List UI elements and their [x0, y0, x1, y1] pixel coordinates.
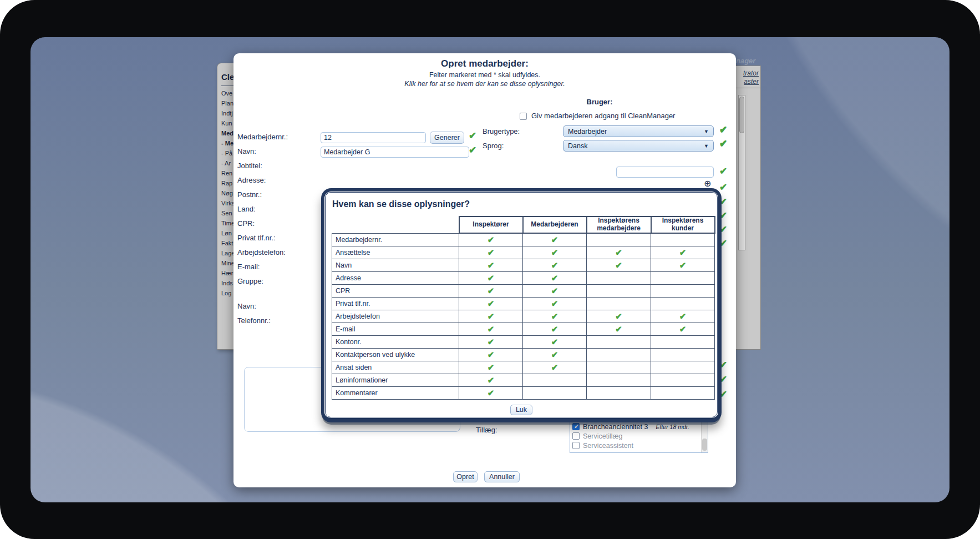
permission-row-label: CPR	[332, 284, 459, 297]
sprog-value: Dansk	[568, 142, 587, 150]
permission-row-label: Kommentarer	[332, 386, 459, 399]
permission-row-label: Navn	[332, 259, 459, 271]
permission-empty-cell	[587, 386, 651, 399]
valid-check-icon: ✔	[719, 183, 727, 192]
scrollbar-thumb[interactable]	[739, 97, 744, 133]
sidebar-item[interactable]: Log	[221, 290, 231, 296]
permission-empty-cell	[587, 271, 651, 284]
permission-empty-cell	[587, 348, 651, 361]
access-checkbox[interactable]	[520, 113, 527, 120]
modal-title: Opret medarbejder:	[233, 58, 736, 69]
sidebar-item[interactable]: Indtj	[221, 110, 233, 117]
permissions-info-link[interactable]: Klik her for at se hvem der kan se disse…	[233, 80, 736, 88]
permission-granted-check-icon: ✔	[459, 297, 523, 310]
sidebar-item[interactable]: Ren	[221, 170, 232, 177]
permission-row-label: Arbejdstelefon	[332, 310, 459, 323]
permissions-popup: Hvem kan se disse oplysninger? Inspektør…	[321, 188, 722, 422]
permission-empty-cell	[651, 233, 715, 246]
permission-granted-check-icon: ✔	[587, 310, 651, 323]
tillaeg-option[interactable]: Serviceassistent	[572, 441, 697, 450]
sidebar-item[interactable]: Nøg	[221, 190, 233, 197]
modal-subtitle: Felter markeret med * skal udfyldes.	[233, 71, 736, 79]
tillaeg-label: Tillæg:	[476, 426, 497, 434]
sidebar-item[interactable]: Hær	[221, 270, 233, 276]
sidebar-item[interactable]: Virks	[221, 200, 235, 206]
listbox-scrollbar-thumb2[interactable]	[702, 439, 707, 451]
form-field-label: Postnr.:	[237, 190, 262, 199]
master-link-fragment[interactable]: aster	[744, 78, 759, 85]
sidebar-item[interactable]: Rap	[221, 180, 232, 187]
checked-checkbox[interactable]	[572, 423, 580, 430]
permission-row: Privat tlf.nr.✔✔	[332, 297, 715, 310]
sidebar-item[interactable]: Mine	[221, 260, 235, 266]
sidebar-item[interactable]: Fakt	[221, 240, 233, 246]
permission-column-header: Inspektører	[459, 216, 523, 233]
permission-granted-check-icon: ✔	[587, 246, 651, 259]
sidebar-item[interactable]: Inds	[221, 280, 233, 286]
tillaeg-option-note: Efter 18 mdr.	[656, 424, 689, 430]
annuller-button[interactable]: Annuller	[484, 471, 520, 482]
cleanmanager-brand-fragment: nager	[736, 57, 755, 65]
sidebar-item[interactable]: Lage	[221, 250, 235, 256]
permissions-table: InspektørerMedarbejderenInspektørens med…	[332, 216, 715, 400]
sidebar-item[interactable]: Plan	[221, 100, 233, 107]
permission-granted-check-icon: ✔	[523, 361, 587, 374]
generer-button[interactable]: Generer	[430, 132, 464, 144]
permission-granted-check-icon: ✔	[587, 259, 651, 271]
permission-granted-check-icon: ✔	[523, 284, 587, 297]
sidebar-item[interactable]: Med	[221, 130, 233, 137]
tillaeg-option[interactable]: Brancheanciennitet 3Efter 18 mdr.	[572, 422, 697, 431]
field-fragment-input[interactable]	[616, 167, 714, 178]
permission-empty-cell	[651, 386, 715, 399]
permission-granted-check-icon: ✔	[523, 297, 587, 310]
permission-empty-cell	[587, 297, 651, 310]
sprog-label: Sprog:	[483, 142, 504, 150]
permission-row: Løninformationer✔	[332, 374, 715, 386]
form-field-label: Privat tlf.nr.:	[237, 234, 276, 242]
permission-row: Ansættelse✔✔✔✔	[332, 246, 715, 259]
sidebar-item[interactable]: Time	[221, 220, 235, 226]
sidebar-item[interactable]: - På	[221, 150, 232, 157]
sidebar-item[interactable]: - Me	[221, 140, 233, 147]
unchecked-checkbox[interactable]	[572, 432, 580, 440]
permission-granted-check-icon: ✔	[459, 233, 523, 246]
employee-number-input[interactable]	[321, 132, 426, 143]
sidebar-item[interactable]: Sen	[221, 210, 232, 216]
tillaeg-option-label: Brancheanciennitet 3	[583, 423, 648, 431]
add-icon[interactable]: ⊕	[704, 178, 711, 189]
sidebar-item[interactable]: Ove	[221, 90, 232, 97]
permission-granted-check-icon: ✔	[523, 259, 587, 271]
brugertype-select[interactable]: Medarbejder▼	[563, 125, 714, 137]
permission-row-label: Kontonr.	[332, 335, 459, 348]
permission-empty-cell	[523, 374, 587, 386]
permission-granted-check-icon: ✔	[523, 323, 587, 335]
sprog-select[interactable]: Dansk▼	[563, 140, 714, 152]
permission-row: Kontonr.✔✔	[332, 335, 715, 348]
sidebar-item[interactable]: - Ar	[221, 160, 231, 167]
tillaeg-option[interactable]: Servicetillæg	[572, 431, 697, 441]
permission-row: Kommentarer✔	[332, 386, 715, 399]
form-field-label: Medarbejdernr.:	[237, 133, 288, 141]
name-input[interactable]	[321, 147, 469, 158]
chevron-down-icon: ▼	[704, 143, 709, 149]
permission-granted-check-icon: ✔	[523, 348, 587, 361]
form-field-label: Telefonnr.:	[237, 316, 271, 325]
permission-row: Navn✔✔✔✔	[332, 259, 715, 271]
valid-check-icon: ✔	[469, 145, 476, 155]
permission-granted-check-icon: ✔	[459, 348, 523, 361]
permission-empty-cell	[651, 348, 715, 361]
administrator-link-fragment[interactable]: trator	[743, 69, 759, 77]
permission-row-label: Løninformationer	[332, 374, 459, 386]
permission-empty-cell	[651, 374, 715, 386]
unchecked-checkbox[interactable]	[572, 442, 580, 449]
valid-check-icon: ✔	[469, 131, 476, 140]
luk-button[interactable]: Luk	[510, 405, 532, 415]
permission-empty-cell	[587, 361, 651, 374]
sidebar-item[interactable]: Kun	[221, 120, 232, 127]
opret-button[interactable]: Opret	[453, 471, 478, 482]
permission-granted-check-icon: ✔	[651, 246, 715, 259]
panel-divider	[734, 88, 760, 88]
sidebar-item[interactable]: Løn	[221, 230, 232, 236]
permission-row: Ansat siden✔✔	[332, 361, 715, 374]
background-scrollbar[interactable]	[738, 95, 745, 250]
